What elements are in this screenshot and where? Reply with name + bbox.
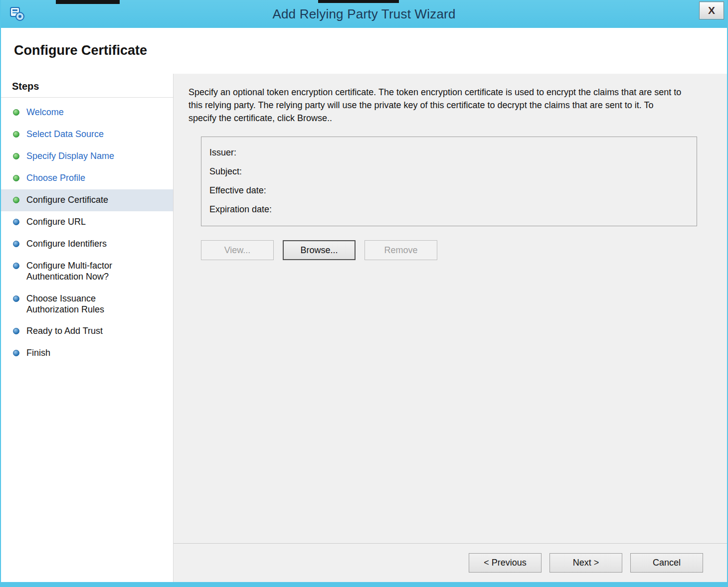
sidebar-item-label: Specify Display Name	[26, 151, 114, 162]
sidebar-item-select-data-source[interactable]: Select Data Source	[1, 124, 173, 146]
content-panel: Specify an optional token encryption cer…	[174, 74, 727, 543]
certificate-subject-label: Subject:	[209, 162, 689, 181]
screen-artifact	[56, 0, 120, 4]
steps-heading: Steps	[1, 74, 173, 98]
sidebar-item-ready-to-add-trust: Ready to Add Trust	[1, 320, 173, 342]
sidebar-item-label: Ready to Add Trust	[26, 326, 103, 337]
sidebar-item-label: Finish	[26, 348, 50, 359]
previous-button[interactable]: < Previous	[469, 553, 542, 573]
step-current-icon	[13, 197, 19, 203]
sidebar-item-label: Configure URL	[26, 217, 86, 228]
sidebar-item-label: Choose Profile	[26, 173, 85, 184]
wizard-icon	[9, 6, 25, 22]
step-pending-icon	[13, 295, 19, 302]
certificate-details-box: Issuer: Subject: Effective date: Expirat…	[201, 137, 697, 226]
sidebar-item-label: Choose Issuance Authorization Rules	[26, 294, 132, 315]
page-title: Configure Certificate	[14, 43, 727, 58]
sidebar-item-choose-issuance-rules: Choose Issuance Authorization Rules	[1, 288, 173, 321]
sidebar-item-configure-url: Configure URL	[1, 211, 173, 233]
sidebar-item-label: Welcome	[26, 107, 64, 118]
step-pending-icon	[13, 219, 19, 225]
browse-button[interactable]: Browse...	[283, 240, 356, 260]
sidebar-item-label: Configure Multi-factor Authentication No…	[26, 261, 132, 283]
view-button: View...	[201, 240, 274, 260]
page-header: Configure Certificate	[1, 28, 727, 74]
certificate-expiration-date-label: Expiration date:	[209, 200, 689, 219]
sidebar-item-label: Configure Identifiers	[26, 239, 107, 250]
sidebar-item-label: Select Data Source	[26, 129, 104, 140]
sidebar-item-configure-identifiers: Configure Identifiers	[1, 233, 173, 255]
step-pending-icon	[13, 350, 19, 356]
sidebar-item-specify-display-name[interactable]: Specify Display Name	[1, 146, 173, 167]
wizard-footer: < Previous Next > Cancel	[174, 543, 727, 582]
next-button[interactable]: Next >	[549, 553, 622, 573]
certificate-actions: View... Browse... Remove	[201, 240, 697, 260]
steps-list: Welcome Select Data Source Specify Displ…	[1, 98, 173, 364]
step-pending-icon	[13, 328, 19, 334]
step-description: Specify an optional token encryption cer…	[188, 86, 682, 125]
step-complete-icon	[13, 175, 19, 181]
wizard-window: Add Relying Party Trust Wizard X Configu…	[0, 0, 728, 587]
sidebar-item-welcome[interactable]: Welcome	[1, 102, 173, 124]
close-button[interactable]: X	[699, 1, 724, 19]
remove-button: Remove	[364, 240, 437, 260]
step-complete-icon	[13, 153, 19, 159]
cancel-button[interactable]: Cancel	[630, 553, 703, 573]
certificate-issuer-label: Issuer:	[209, 143, 689, 162]
step-complete-icon	[13, 109, 19, 116]
window-title: Add Relying Party Trust Wizard	[272, 6, 455, 22]
steps-sidebar: Steps Welcome Select Data Source Specify…	[1, 74, 174, 582]
sidebar-item-configure-certificate: Configure Certificate	[1, 189, 173, 211]
sidebar-item-configure-mfa: Configure Multi-factor Authentication No…	[1, 255, 173, 288]
screen-artifact	[318, 0, 399, 3]
step-complete-icon	[13, 131, 19, 138]
certificate-effective-date-label: Effective date:	[209, 181, 689, 200]
title-bar: Add Relying Party Trust Wizard X	[1, 0, 727, 28]
sidebar-item-label: Configure Certificate	[26, 195, 108, 206]
step-pending-icon	[13, 263, 19, 269]
step-pending-icon	[13, 241, 19, 247]
sidebar-item-finish: Finish	[1, 342, 173, 364]
sidebar-item-choose-profile[interactable]: Choose Profile	[1, 167, 173, 189]
